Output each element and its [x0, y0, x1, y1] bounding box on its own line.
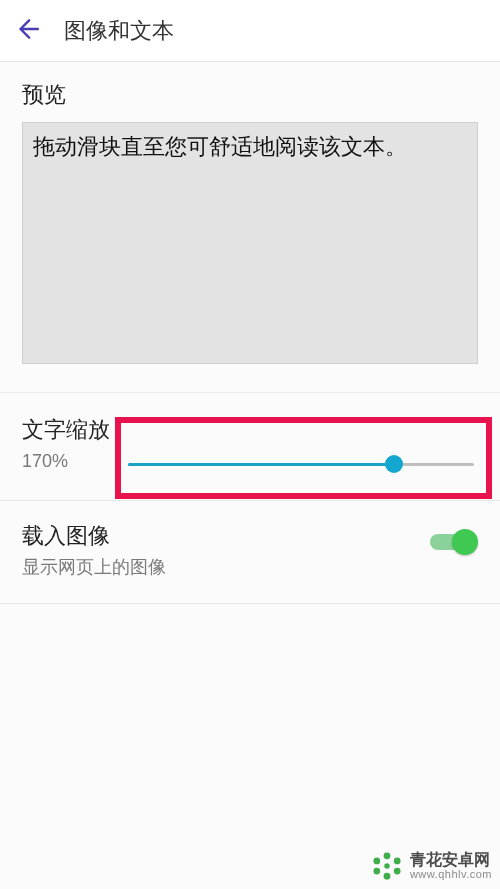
text-scaling-slider[interactable] — [128, 449, 474, 479]
toggle-thumb — [452, 529, 478, 555]
load-images-toggle[interactable] — [430, 531, 476, 551]
svg-point-2 — [394, 868, 401, 875]
text-scaling-section: 文字缩放 170% — [0, 393, 500, 501]
watermark-url: www.qhhlv.com — [410, 869, 492, 881]
preview-section: 预览 拖动滑块直至您可舒适地阅读该文本。 — [0, 62, 500, 393]
watermark-logo-icon — [370, 849, 404, 883]
preview-sample-box: 拖动滑块直至您可舒适地阅读该文本。 — [22, 122, 478, 364]
load-images-section[interactable]: 载入图像 显示网页上的图像 — [0, 501, 500, 604]
preview-label: 预览 — [22, 80, 478, 110]
load-images-subtitle: 显示网页上的图像 — [22, 555, 478, 579]
svg-point-4 — [373, 868, 380, 875]
back-arrow-icon[interactable] — [14, 16, 40, 46]
svg-point-6 — [384, 863, 389, 868]
page-title: 图像和文本 — [64, 16, 174, 46]
load-images-label: 载入图像 — [22, 521, 478, 551]
svg-point-5 — [373, 858, 380, 865]
slider-track-fill — [128, 463, 394, 466]
svg-point-0 — [383, 852, 390, 859]
slider-thumb[interactable] — [385, 455, 403, 473]
svg-point-3 — [383, 873, 390, 880]
svg-point-1 — [394, 858, 401, 865]
watermark: 青花安卓网 www.qhhlv.com — [370, 849, 492, 883]
preview-sample-text: 拖动滑块直至您可舒适地阅读该文本。 — [33, 134, 407, 159]
text-scaling-label: 文字缩放 — [22, 415, 478, 445]
app-header: 图像和文本 — [0, 0, 500, 62]
watermark-name: 青花安卓网 — [410, 852, 492, 869]
